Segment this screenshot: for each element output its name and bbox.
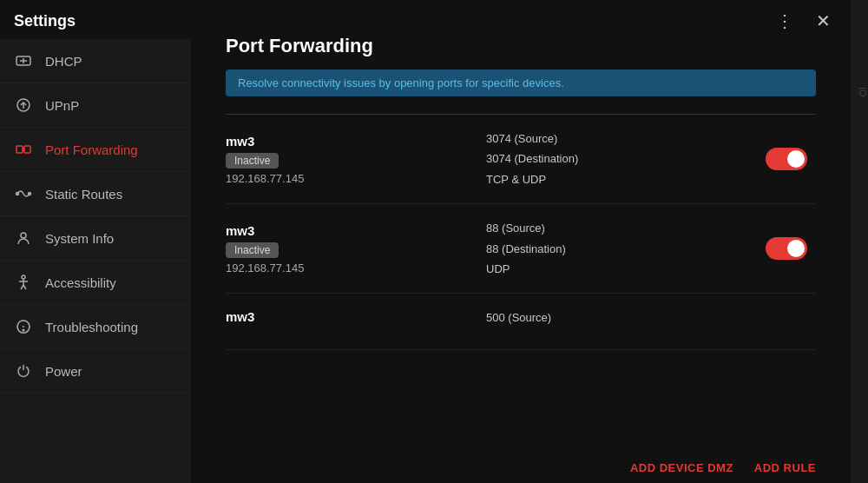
sidebar-item-dhcp[interactable]: DHCP — [0, 39, 191, 83]
more-options-button[interactable]: ⋮ — [773, 9, 797, 33]
rule-name-3: mw3 — [226, 309, 486, 324]
rule-toggle-2 — [746, 237, 816, 260]
rule-toggle-switch-2[interactable] — [766, 237, 807, 260]
rule-status-2: Inactive — [226, 242, 279, 258]
rule-status-1: Inactive — [226, 153, 279, 169]
svg-line-14 — [21, 285, 23, 289]
rule-name-1: mw3 — [226, 134, 486, 149]
rule-source-1: 3074 (Source) — [486, 129, 746, 149]
svg-point-11 — [22, 275, 25, 279]
rule-ip-2: 192.168.77.145 — [226, 261, 486, 275]
rule-ports-1: 3074 (Source) 3074 (Destination) TCP & U… — [486, 129, 746, 189]
dhcp-icon — [14, 51, 33, 70]
table-row: mw3 500 (Source) — [226, 294, 816, 349]
rule-info-3: mw3 — [226, 309, 486, 328]
rule-source-2: 88 (Source) — [486, 218, 746, 238]
rule-destination-1: 3074 (Destination) — [486, 149, 746, 169]
svg-point-10 — [21, 233, 26, 238]
sidebar-item-accessibility[interactable]: Accessibility — [0, 261, 191, 305]
accessibility-icon — [14, 273, 33, 292]
app-title: Settings — [0, 0, 191, 39]
rule-source-3: 500 (Source) — [486, 308, 746, 328]
add-rule-button[interactable]: ADD RULE — [754, 461, 816, 474]
close-button[interactable]: ✕ — [811, 9, 835, 33]
sidebar-item-power-label: Power — [45, 364, 82, 379]
add-device-dmz-button[interactable]: ADD DEVICE DMZ — [630, 461, 733, 474]
subtitle-banner: Resolve connectivity issues by opening p… — [226, 69, 816, 96]
port-forwarding-icon — [14, 140, 33, 159]
rule-name-2: mw3 — [226, 223, 486, 238]
sidebar-item-static-routes[interactable]: Static Routes — [0, 172, 191, 216]
sidebar-item-upnp-label: UPnP — [45, 98, 79, 113]
rule-ports-3: 500 (Source) — [486, 308, 746, 328]
sidebar-item-port-forwarding[interactable]: Port Forwarding — [0, 128, 191, 172]
upnp-icon — [14, 96, 33, 115]
rule-info-1: mw3 Inactive 192.168.77.145 — [226, 134, 486, 185]
svg-point-8 — [16, 193, 19, 195]
system-info-icon — [14, 228, 33, 248]
page-title: Port Forwarding — [226, 35, 816, 57]
power-icon — [14, 361, 33, 380]
table-row: mw3 Inactive 192.168.77.145 88 (Source) … — [226, 204, 816, 294]
sidebar-item-upnp[interactable]: UPnP — [0, 83, 191, 128]
page-content: Port Forwarding Resolve connectivity iss… — [191, 0, 851, 483]
svg-line-15 — [23, 285, 26, 289]
rules-list: mw3 Inactive 192.168.77.145 3074 (Source… — [226, 115, 816, 451]
rule-protocol-2: UDP — [486, 259, 746, 279]
sidebar-item-accessibility-label: Accessibility — [45, 275, 116, 290]
sidebar-item-system-info[interactable]: System Info — [0, 216, 191, 261]
svg-point-9 — [29, 193, 31, 195]
svg-point-17 — [23, 329, 24, 331]
sidebar-item-troubleshooting[interactable]: Troubleshooting — [0, 305, 191, 349]
rule-toggle-switch-1[interactable] — [766, 148, 807, 170]
topbar: ⋮ ✕ — [757, 0, 851, 42]
table-row: mw3 Inactive 192.168.77.145 3074 (Source… — [226, 115, 816, 204]
right-edge: IO — [851, 0, 868, 483]
sidebar-item-port-forwarding-label: Port Forwarding — [45, 142, 138, 157]
right-edge-text: IO — [851, 69, 868, 97]
footer-actions: ADD DEVICE DMZ ADD RULE — [226, 451, 816, 483]
rule-ports-2: 88 (Source) 88 (Destination) UDP — [486, 218, 746, 279]
rule-toggle-1 — [746, 148, 816, 170]
rule-ip-1: 192.168.77.145 — [226, 172, 486, 185]
sidebar-item-static-routes-label: Static Routes — [45, 187, 122, 202]
main-content: ⋮ ✕ Port Forwarding Resolve connectivity… — [191, 0, 851, 483]
sidebar-item-troubleshooting-label: Troubleshooting — [45, 320, 138, 334]
svg-rect-5 — [16, 146, 23, 153]
troubleshooting-icon — [14, 317, 33, 336]
sidebar-item-dhcp-label: DHCP — [45, 54, 82, 69]
static-routes-icon — [14, 184, 33, 203]
sidebar-item-system-info-label: System Info — [45, 231, 114, 246]
rule-protocol-1: TCP & UDP — [486, 169, 746, 189]
sidebar: Settings DHCP UPnP — [0, 0, 191, 483]
rule-destination-2: 88 (Destination) — [486, 239, 746, 259]
sidebar-item-power[interactable]: Power — [0, 349, 191, 394]
rule-info-2: mw3 Inactive 192.168.77.145 — [226, 223, 486, 275]
